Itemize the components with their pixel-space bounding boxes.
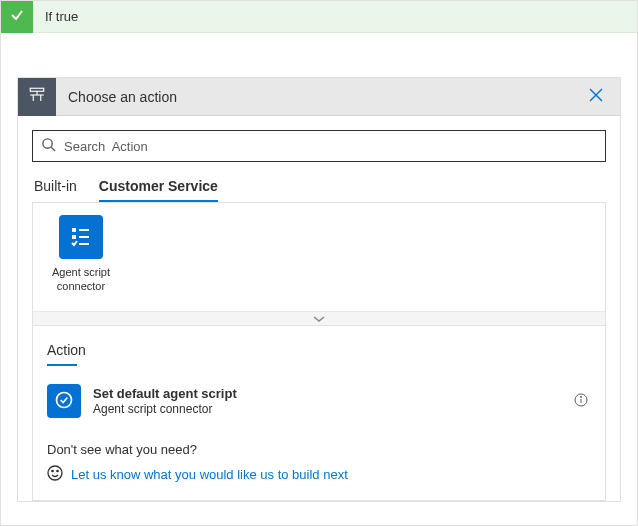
condition-branch-header: If true (1, 1, 637, 33)
connector-agent-script[interactable]: Agent script connector (45, 215, 117, 303)
action-title: Set default agent script (93, 386, 571, 401)
action-set-default-agent-script[interactable]: Set default agent script Agent script co… (47, 380, 591, 422)
tab-action[interactable]: Action (47, 338, 86, 366)
close-icon (589, 88, 603, 105)
close-button[interactable] (582, 83, 610, 111)
action-type-tabs: Action (47, 338, 591, 366)
check-icon (9, 7, 25, 26)
svg-point-7 (43, 139, 52, 148)
svg-point-17 (580, 396, 581, 397)
svg-rect-11 (72, 235, 76, 239)
panel-icon-wrap (18, 78, 56, 116)
panel-title: Choose an action (56, 89, 582, 105)
svg-point-20 (57, 470, 58, 471)
svg-point-19 (52, 470, 53, 471)
smiley-icon (47, 465, 63, 484)
connectors-grid: Agent script connector (33, 203, 605, 311)
svg-line-8 (51, 147, 55, 151)
checklist-icon (69, 224, 93, 251)
connectors-container: Agent script connector (32, 202, 606, 326)
svg-rect-0 (30, 88, 44, 91)
footer-prompt: Don't see what you need? (47, 442, 591, 457)
footer-link-row: Let us know what you would like us to bu… (47, 465, 591, 484)
expand-connectors-button[interactable] (33, 311, 605, 325)
choose-action-panel: Choose an action Built-in Customer Servi… (17, 77, 621, 502)
action-info-button[interactable] (571, 391, 591, 411)
action-tile (47, 384, 81, 418)
search-input[interactable] (64, 139, 597, 154)
action-icon (28, 86, 46, 107)
check-icon-wrap (1, 1, 33, 33)
connector-label: Agent script connector (45, 265, 117, 293)
action-subtitle: Agent script connector (93, 402, 571, 416)
info-icon (574, 393, 588, 410)
panel-header: Choose an action (18, 78, 620, 116)
svg-rect-9 (72, 228, 76, 232)
search-icon (41, 137, 56, 155)
action-texts: Set default agent script Agent script co… (93, 386, 571, 416)
connector-category-tabs: Built-in Customer Service (32, 162, 606, 202)
panel-body: Built-in Customer Service (18, 116, 620, 501)
action-section: Action Set default agent script Agent sc… (32, 326, 606, 501)
svg-point-14 (57, 392, 72, 407)
chevron-down-icon (313, 311, 325, 326)
tab-built-in[interactable]: Built-in (34, 172, 77, 202)
search-box[interactable] (32, 130, 606, 162)
check-circle-icon (54, 390, 74, 413)
tab-customer-service[interactable]: Customer Service (99, 172, 218, 202)
branch-title: If true (33, 9, 78, 24)
connector-tile (59, 215, 103, 259)
feedback-link[interactable]: Let us know what you would like us to bu… (71, 467, 348, 482)
svg-point-18 (48, 466, 62, 480)
